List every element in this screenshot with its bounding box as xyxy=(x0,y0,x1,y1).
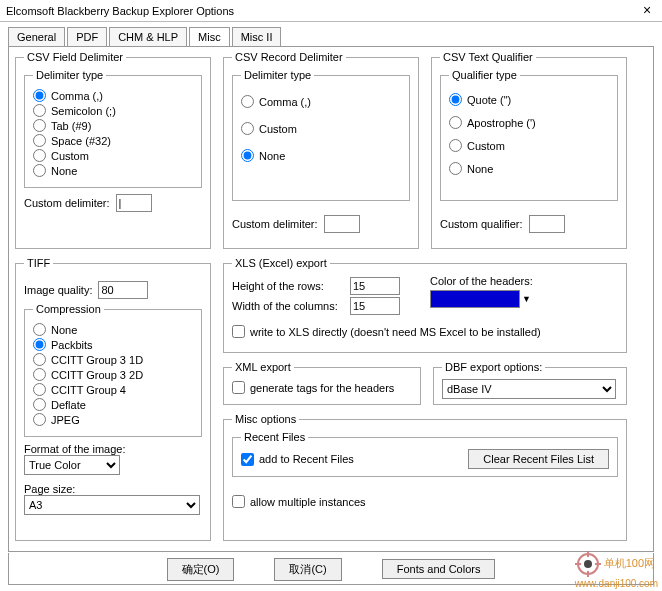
allow-multi-checkbox[interactable] xyxy=(232,495,245,508)
csv-qual-apos-radio[interactable] xyxy=(449,116,462,129)
xml-gentags-checkbox[interactable] xyxy=(232,381,245,394)
radio-label: Deflate xyxy=(51,399,86,411)
csv-field-none-radio[interactable] xyxy=(33,164,46,177)
radio-label: CCITT Group 3 1D xyxy=(51,354,143,366)
cancel-button[interactable]: 取消(C) xyxy=(274,558,341,581)
tiff-page-select[interactable]: A3 xyxy=(24,495,200,515)
misc-options-group: Misc options Recent Files add to Recent … xyxy=(223,413,627,541)
csv-qual-type-group: Qualifier type Quote (") Apostrophe (') … xyxy=(440,69,618,201)
csv-record-type-legend: Delimiter type xyxy=(241,69,314,81)
tiff-comp-ccitt32d-radio[interactable] xyxy=(33,368,46,381)
tiff-quality-label: Image quality: xyxy=(24,284,92,296)
tab-misc2[interactable]: Misc II xyxy=(232,27,282,47)
csv-field-type-group: Delimiter type Comma (,) Semicolon (;) T… xyxy=(24,69,202,188)
csv-qual-custom-radio[interactable] xyxy=(449,139,462,152)
csv-qual-none-radio[interactable] xyxy=(449,162,462,175)
radio-label: CCITT Group 3 2D xyxy=(51,369,143,381)
radio-label: Apostrophe (') xyxy=(467,117,536,129)
csv-record-none-radio[interactable] xyxy=(241,149,254,162)
dbf-select[interactable]: dBase IV xyxy=(442,379,616,399)
csv-record-group: CSV Record Delimiter Delimiter type Comm… xyxy=(223,51,419,249)
tiff-group: TIFF Image quality: Compression None Pac… xyxy=(15,257,211,541)
tiff-comp-ccitt4-radio[interactable] xyxy=(33,383,46,396)
xml-legend: XML export xyxy=(232,361,294,373)
radio-label: Comma (,) xyxy=(259,96,311,108)
xls-rowh-input[interactable] xyxy=(350,277,400,295)
tab-panel-misc: CSV Field Delimiter Delimiter type Comma… xyxy=(8,46,654,552)
recent-files-legend: Recent Files xyxy=(241,431,308,443)
radio-label: Custom xyxy=(259,123,297,135)
xls-legend: XLS (Excel) export xyxy=(232,257,330,269)
ok-button[interactable]: 确定(O) xyxy=(167,558,235,581)
tiff-format-select[interactable]: True Color xyxy=(24,455,120,475)
radio-label: Quote (") xyxy=(467,94,511,106)
xls-headercolor-label: Color of the headers: xyxy=(430,275,533,287)
tiff-comp-packbits-radio[interactable] xyxy=(33,338,46,351)
radio-label: Tab (#9) xyxy=(51,120,91,132)
xml-group: XML export generate tags for the headers xyxy=(223,361,421,405)
tab-general[interactable]: General xyxy=(8,27,65,47)
tiff-legend: TIFF xyxy=(24,257,53,269)
csv-field-space-radio[interactable] xyxy=(33,134,46,147)
xls-direct-checkbox[interactable] xyxy=(232,325,245,338)
radio-label: CCITT Group 4 xyxy=(51,384,126,396)
radio-label: None xyxy=(51,324,77,336)
csv-field-custom-input[interactable] xyxy=(116,194,152,212)
tab-misc[interactable]: Misc xyxy=(189,27,230,47)
csv-record-legend: CSV Record Delimiter xyxy=(232,51,346,63)
xls-colw-input[interactable] xyxy=(350,297,400,315)
csv-qual-type-legend: Qualifier type xyxy=(449,69,520,81)
radio-label: Packbits xyxy=(51,339,93,351)
radio-label: None xyxy=(51,165,77,177)
tiff-format-label: Format of the image: xyxy=(24,443,202,455)
csv-field-custom-radio[interactable] xyxy=(33,149,46,162)
misc-options-legend: Misc options xyxy=(232,413,299,425)
tiff-quality-input[interactable] xyxy=(98,281,148,299)
xls-group: XLS (Excel) export Height of the rows: W… xyxy=(223,257,627,353)
checkbox-label: add to Recent Files xyxy=(259,453,354,465)
add-recent-checkbox[interactable] xyxy=(241,453,254,466)
checkbox-label: generate tags for the headers xyxy=(250,382,394,394)
csv-field-tab-radio[interactable] xyxy=(33,119,46,132)
csv-record-custom-label: Custom delimiter: xyxy=(232,218,318,230)
fonts-colors-button[interactable]: Fonts and Colors xyxy=(382,559,496,579)
tab-chm-hlp[interactable]: CHM & HLP xyxy=(109,27,187,47)
dbf-group: DBF export options: dBase IV xyxy=(433,361,627,405)
csv-record-comma-radio[interactable] xyxy=(241,95,254,108)
csv-record-type-group: Delimiter type Comma (,) Custom None xyxy=(232,69,410,201)
radio-label: None xyxy=(259,150,285,162)
recent-files-group: Recent Files add to Recent Files Clear R… xyxy=(232,431,618,477)
csv-qual-group: CSV Text Qualifier Qualifier type Quote … xyxy=(431,51,627,249)
tiff-comp-jpeg-radio[interactable] xyxy=(33,413,46,426)
clear-recent-button[interactable]: Clear Recent Files List xyxy=(468,449,609,469)
radio-label: JPEG xyxy=(51,414,80,426)
close-icon[interactable]: × xyxy=(638,2,656,20)
csv-qual-legend: CSV Text Qualifier xyxy=(440,51,536,63)
csv-qual-quote-radio[interactable] xyxy=(449,93,462,106)
csv-field-comma-radio[interactable] xyxy=(33,89,46,102)
tab-pdf[interactable]: PDF xyxy=(67,27,107,47)
checkbox-label: allow multiple instances xyxy=(250,496,366,508)
csv-field-group: CSV Field Delimiter Delimiter type Comma… xyxy=(15,51,211,249)
chevron-down-icon[interactable]: ▼ xyxy=(520,294,531,304)
radio-label: Space (#32) xyxy=(51,135,111,147)
tiff-comp-legend: Compression xyxy=(33,303,104,315)
tiff-comp-none-radio[interactable] xyxy=(33,323,46,336)
radio-label: Semicolon (;) xyxy=(51,105,116,117)
tiff-comp-ccitt31d-radio[interactable] xyxy=(33,353,46,366)
tiff-comp-group: Compression None Packbits CCITT Group 3 … xyxy=(24,303,202,437)
csv-record-custom-radio[interactable] xyxy=(241,122,254,135)
dialog-button-bar: 确定(O) 取消(C) Fonts and Colors xyxy=(8,553,654,585)
radio-label: Custom xyxy=(51,150,89,162)
tiff-comp-deflate-radio[interactable] xyxy=(33,398,46,411)
csv-field-legend: CSV Field Delimiter xyxy=(24,51,126,63)
checkbox-label: write to XLS directly (doesn't need MS E… xyxy=(250,326,541,338)
xls-colw-label: Width of the columns: xyxy=(232,300,344,312)
xls-headercolor-swatch[interactable] xyxy=(430,290,520,308)
csv-record-custom-input[interactable] xyxy=(324,215,360,233)
csv-qual-custom-label: Custom qualifier: xyxy=(440,218,523,230)
csv-qual-custom-input[interactable] xyxy=(529,215,565,233)
csv-field-semicolon-radio[interactable] xyxy=(33,104,46,117)
window-title: Elcomsoft Blackberry Backup Explorer Opt… xyxy=(6,5,234,17)
tab-strip: General PDF CHM & HLP Misc Misc II xyxy=(0,22,662,46)
